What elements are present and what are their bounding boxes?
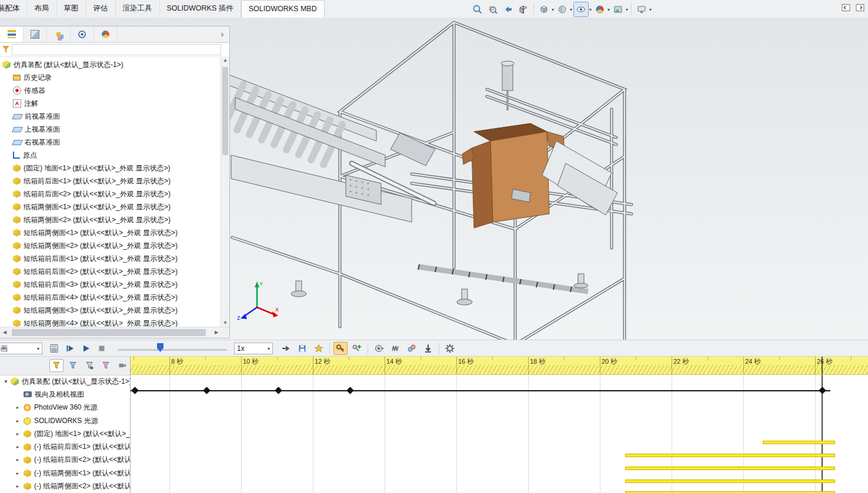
calculate-icon[interactable]: [47, 342, 61, 355]
tab-solidworks-addins[interactable]: SOLIDWORKS 插件: [160, 0, 241, 18]
tab-layout[interactable]: 布局: [28, 0, 57, 18]
tree-item-part[interactable]: 短纸箱前后面<3> (默认<<默认>_外观 显示状态>): [0, 278, 221, 291]
autokey-icon[interactable]: [333, 342, 348, 355]
tree-item-top-plane[interactable]: 上视基准面: [0, 123, 221, 136]
tab-evaluate[interactable]: 评估: [86, 0, 116, 18]
motion-tree-item-part[interactable]: ▸(-) 纸箱两侧面<1> (默认<<默认>_外观 显示状态>): [0, 467, 130, 479]
motion-tree-item-part[interactable]: ▸(-) 纸箱前后面<2> (默认<<默认>_外观 显示状态>): [0, 454, 130, 467]
expand-triangle-icon[interactable]: ▸: [16, 457, 24, 462]
study-type-dropdown[interactable]: 动画▾: [0, 343, 42, 354]
tree-item-front-plane[interactable]: 前视基准面: [0, 110, 221, 123]
end-time-marker[interactable]: [822, 357, 823, 374]
scroll-up-icon[interactable]: ▲: [221, 56, 229, 65]
tab-solidworks-mbd[interactable]: SOLIDWORKS MBD: [241, 0, 325, 18]
motion-tree-item-part[interactable]: ▸(固定) 地面<1> (默认<<默认>_外观 显示状态>): [0, 427, 130, 440]
motion-tree-item-photoview-lights[interactable]: ▸PhotoView 360 光源: [0, 401, 130, 414]
playback-speed-dropdown[interactable]: 1x▾: [234, 343, 273, 354]
play-from-start-icon[interactable]: [63, 342, 77, 355]
motion-bar[interactable]: [625, 467, 835, 470]
motion-bar[interactable]: [625, 454, 835, 457]
panel-expand-chevron[interactable]: ›: [218, 29, 227, 39]
tree-item-annotations[interactable]: A注解: [0, 97, 221, 110]
scroll-down-icon[interactable]: ▼: [221, 319, 229, 327]
panel-horizontal-scrollbar[interactable]: ◀ ▶: [0, 327, 229, 338]
keyframe-diamond[interactable]: [203, 387, 211, 394]
keyframe-diamond[interactable]: [131, 387, 139, 394]
filter-input[interactable]: [12, 44, 221, 55]
view-settings-icon[interactable]: [635, 2, 649, 16]
chevron-down-icon[interactable]: ▾: [607, 7, 610, 12]
chevron-down-icon[interactable]: ▾: [570, 7, 572, 12]
zoom-to-fit-icon[interactable]: [470, 2, 485, 16]
chevron-down-icon[interactable]: ▾: [626, 7, 628, 12]
time-slider-track[interactable]: [118, 349, 227, 351]
tree-item-part[interactable]: 短纸箱前后面<4> (默认<<默认>_外观 显示状态>): [0, 291, 221, 304]
previous-view-icon[interactable]: [501, 2, 515, 16]
tree-item-part[interactable]: 短纸箱两侧面<3> (默认<<默认>_外观 显示状态>): [0, 304, 221, 317]
filter-results-icon[interactable]: [99, 359, 113, 372]
filter-selected-icon[interactable]: [82, 359, 96, 372]
section-view-icon[interactable]: [516, 2, 530, 16]
chevron-down-icon[interactable]: ▾: [552, 7, 554, 12]
tab-assembly[interactable]: 装配体: [0, 0, 28, 18]
keyframe-diamond[interactable]: [275, 387, 282, 394]
motion-tree-item-part[interactable]: ▸(-) 纸箱前后面<1> (默认<<默认>_外观 显示状态>): [0, 440, 130, 453]
keyframe-diamond[interactable]: [819, 387, 826, 394]
tab-dimxpertmanager[interactable]: [71, 26, 94, 42]
expand-triangle-icon[interactable]: ▸: [16, 471, 24, 476]
hide-show-items-icon[interactable]: [573, 2, 589, 17]
tree-item-assembly-root[interactable]: 仿真装配 (默认<默认_显示状态-1>): [0, 58, 221, 71]
motor-icon[interactable]: [372, 342, 386, 355]
motion-tree-item-assembly-root[interactable]: ▼仿真装配 (默认<默认_显示状态-1>): [0, 375, 130, 388]
zoom-to-area-icon[interactable]: [486, 2, 500, 16]
view-orientation-icon[interactable]: [537, 2, 551, 16]
collapse-left-pane-icon[interactable]: [841, 3, 852, 15]
tree-item-part[interactable]: 短纸箱两侧面<4> (默认<<默认>_外观 显示状态>): [0, 317, 221, 327]
tree-item-right-plane[interactable]: 右视基准面: [0, 136, 221, 149]
add-key-icon[interactable]: [350, 342, 364, 355]
zoom-time-icon[interactable]: [115, 359, 129, 372]
expand-triangle-icon[interactable]: ▸: [16, 405, 24, 410]
timeline-rows[interactable]: [131, 375, 868, 493]
expand-triangle-icon[interactable]: ▸: [16, 418, 24, 424]
export-animation-icon[interactable]: [279, 342, 293, 355]
motion-tree-item-part[interactable]: ▸(-) 纸箱两侧面<2> (默认<<默认>_外观 显示状态>): [0, 479, 130, 492]
scroll-left-icon[interactable]: ◀: [0, 327, 9, 338]
tree-item-part[interactable]: 短纸箱前后面<2> (默认<<默认>_外观 显示状态>): [0, 265, 221, 278]
play-icon[interactable]: [79, 342, 93, 355]
apply-scene-icon[interactable]: [611, 2, 625, 16]
motion-bar[interactable]: [763, 441, 835, 444]
filter-animated-icon[interactable]: [49, 359, 64, 372]
save-animation-icon[interactable]: [295, 342, 309, 355]
tab-featuremanager-tree[interactable]: [0, 26, 24, 42]
tab-displaymanager[interactable]: [94, 26, 118, 42]
expand-triangle-icon[interactable]: ▸: [16, 431, 24, 437]
tree-item-part[interactable]: 纸箱两侧面<1> (默认<<默认>_外观 显示状态>): [0, 200, 221, 213]
keyframe-diamond[interactable]: [346, 387, 354, 394]
spring-icon[interactable]: [388, 342, 402, 355]
chevron-down-icon[interactable]: ▾: [649, 7, 652, 12]
tree-item-part[interactable]: 短纸箱前后面<1> (默认<<默认>_外观 显示状态>): [0, 252, 221, 265]
tree-item-sensors[interactable]: 传感器: [0, 84, 221, 97]
tree-item-part[interactable]: (固定) 地面<1> (默认<<默认>_外观 显示状态>): [0, 162, 221, 175]
tree-item-part[interactable]: 纸箱两侧面<2> (默认<<默认>_外观 显示状态>): [0, 213, 221, 226]
expand-triangle-icon[interactable]: ▸: [16, 444, 24, 450]
tab-propertymanager[interactable]: [24, 26, 47, 42]
tree-item-origin[interactable]: 原点: [0, 149, 221, 162]
motion-tree-item-orientation-cameras[interactable]: 视向及相机视图: [0, 388, 130, 401]
tree-item-part[interactable]: 纸箱前后面<1> (默认<<默认>_外观 显示状态>): [0, 175, 221, 187]
tree-item-part[interactable]: 短纸箱两侧面<1> (默认<<默认>_外观 显示状态>): [0, 226, 221, 239]
tab-render-tools[interactable]: 渲染工具: [116, 0, 160, 18]
contact-icon[interactable]: [405, 342, 419, 355]
results-gear-icon[interactable]: [443, 342, 457, 355]
expand-right-pane-icon[interactable]: [855, 3, 866, 15]
scrollbar-thumb[interactable]: [12, 329, 206, 336]
chevron-down-icon[interactable]: ▾: [589, 7, 592, 12]
exp and-triangle-icon[interactable]: ▸: [16, 484, 24, 489]
expand-triangle-icon[interactable]: ▼: [4, 379, 11, 384]
scrollbar-thumb[interactable]: [222, 67, 228, 155]
tree-item-history[interactable]: 历史记录: [0, 71, 221, 84]
scroll-right-icon[interactable]: ▶: [212, 327, 221, 338]
tab-configurationmanager[interactable]: [47, 26, 71, 42]
tab-sketch[interactable]: 草图: [57, 0, 86, 18]
